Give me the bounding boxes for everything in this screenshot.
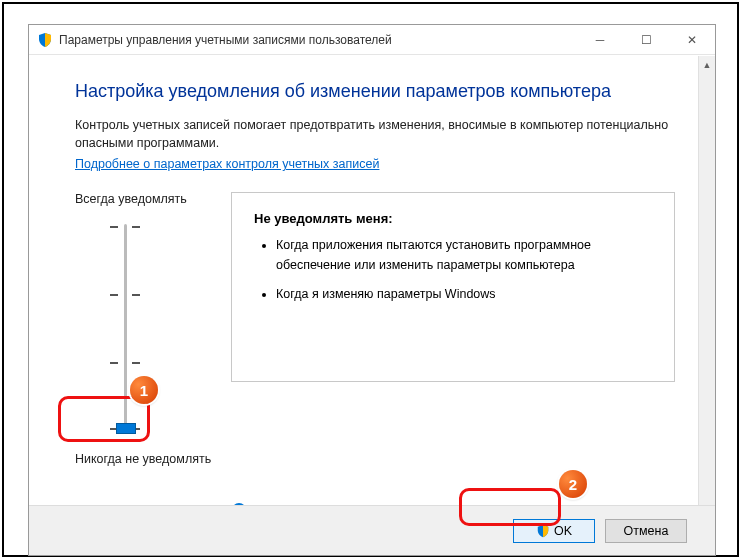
screenshot-frame: Параметры управления учетными записями п… [2,2,739,557]
minimize-button[interactable]: ─ [577,25,623,55]
maximize-button[interactable]: ☐ [623,25,669,55]
annotation-highlight-1 [58,396,150,442]
titlebar: Параметры управления учетными записями п… [29,25,715,55]
info-title: Не уведомлять меня: [254,211,654,226]
slider-bottom-label: Никогда не уведомлять [75,452,205,466]
notification-info-box: Не уведомлять меня: Когда приложения пыт… [231,192,675,382]
close-button[interactable]: ✕ [669,25,715,55]
annotation-badge-1: 1 [130,376,158,404]
info-item: Когда я изменяю параметры Windows [276,285,654,304]
shield-icon [37,32,53,48]
slider-top-label: Всегда уведомлять [75,192,205,206]
slider-tick [110,226,140,228]
learn-more-link[interactable]: Подробнее о параметрах контроля учетных … [75,157,379,171]
slider-tick [110,294,140,296]
cancel-button[interactable]: Отмена [605,519,687,543]
info-item: Когда приложения пытаются установить про… [276,236,654,275]
info-column: Не уведомлять меня: Когда приложения пыт… [231,192,675,480]
cancel-label: Отмена [624,524,669,538]
annotation-highlight-2 [459,488,561,526]
content-area: Настройка уведомления об изменении парам… [29,55,715,515]
annotation-badge-2: 2 [559,470,587,498]
uac-settings-window: Параметры управления учетными записями п… [28,24,716,556]
page-heading: Настройка уведомления об изменении парам… [75,81,675,102]
info-list: Когда приложения пытаются установить про… [276,236,654,304]
window-buttons: ─ ☐ ✕ [577,25,715,55]
window-title: Параметры управления учетными записями п… [59,33,392,47]
slider-tick [110,362,140,364]
settings-body: Всегда уведомлять Никогда не уведомлять … [75,192,675,480]
ok-label: OK [554,524,572,538]
description-text: Контроль учетных записей помогает предот… [75,116,675,152]
dialog-footer: OK Отмена [29,505,715,555]
